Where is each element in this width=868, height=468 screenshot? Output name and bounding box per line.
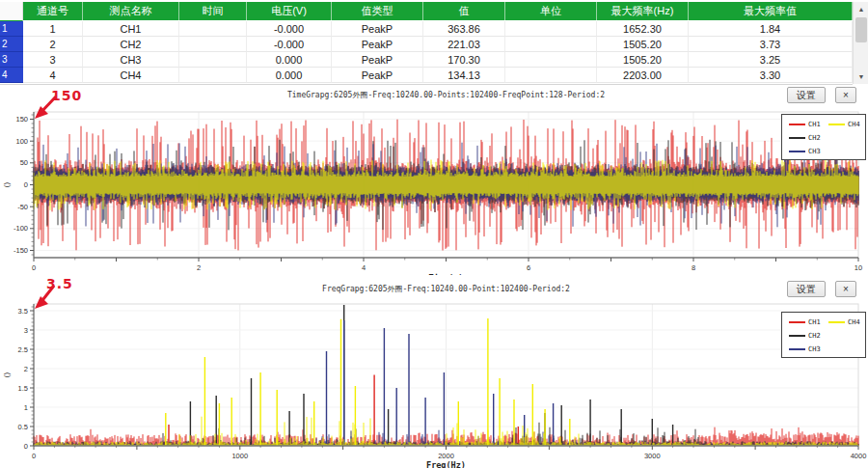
legend-item-ch4: CH4 bbox=[828, 317, 860, 327]
svg-text:0: 0 bbox=[24, 442, 28, 451]
cell-value[interactable]: 134.13 bbox=[423, 68, 505, 83]
col-header-time: 时间 bbox=[179, 2, 247, 20]
legend-swatch-ch2 bbox=[789, 137, 805, 139]
legend-item-ch1: CH1 bbox=[789, 120, 821, 129]
table-scrollbar[interactable]: ▲ ▼ bbox=[853, 2, 868, 84]
cell-max-freq[interactable]: 2203.00 bbox=[597, 68, 689, 83]
svg-text:3000: 3000 bbox=[644, 452, 661, 460]
cell-value-type[interactable]: PeakP bbox=[332, 68, 423, 83]
cell-max-freq-value[interactable]: 3.30 bbox=[689, 68, 853, 83]
col-header-channel-no: 通道号 bbox=[23, 2, 83, 20]
svg-text:0: 0 bbox=[24, 180, 28, 189]
cell-point-name[interactable]: CH2 bbox=[83, 37, 179, 52]
cell-time[interactable] bbox=[179, 21, 247, 37]
settings-button[interactable]: 设置 bbox=[787, 281, 826, 297]
col-header-voltage: 电压(V) bbox=[247, 2, 332, 20]
legend-item-ch2: CH2 bbox=[789, 133, 821, 143]
freq-chart-legend: CH1 CH2 CH3 CH4 bbox=[781, 312, 866, 358]
cell-voltage[interactable]: -0.000 bbox=[247, 21, 332, 37]
cell-value-type[interactable]: PeakP bbox=[332, 37, 423, 52]
channel-table-grid: 通道号 测点名称 时间 电压(V) 值类型 值 单位 最大频率(Hz) 最大频率… bbox=[0, 2, 853, 83]
col-header-value-type: 值类型 bbox=[332, 2, 423, 20]
svg-text:10: 10 bbox=[854, 263, 862, 272]
cell-max-freq-value[interactable]: 3.73 bbox=[689, 37, 853, 52]
svg-text:0: 0 bbox=[32, 452, 36, 460]
scroll-down-icon[interactable]: ▼ bbox=[854, 69, 868, 84]
svg-text:2.5: 2.5 bbox=[18, 345, 28, 354]
cell-value[interactable]: 363.86 bbox=[423, 21, 505, 37]
time-chart-canvas[interactable]: 150100500-50-100-1500246810Time(s)() bbox=[0, 85, 868, 275]
row-selector-3[interactable]: 3 bbox=[0, 52, 23, 68]
legend-item-ch3: CH3 bbox=[789, 147, 821, 156]
legend-label-ch2: CH2 bbox=[808, 332, 821, 340]
cell-channel-no[interactable]: 2 bbox=[23, 37, 83, 52]
row-selector-2[interactable]: 2 bbox=[0, 37, 23, 52]
cell-value-type[interactable]: PeakP bbox=[332, 21, 423, 37]
cell-channel-no[interactable]: 3 bbox=[23, 52, 83, 68]
row-selector-4[interactable]: 4 bbox=[0, 68, 23, 83]
cell-value[interactable]: 170.30 bbox=[423, 52, 505, 68]
cell-point-name[interactable]: CH1 bbox=[83, 21, 179, 37]
legend-label-ch2: CH2 bbox=[808, 134, 821, 142]
cell-time[interactable] bbox=[179, 68, 247, 83]
svg-text:1.5: 1.5 bbox=[18, 384, 28, 393]
svg-text:0: 0 bbox=[32, 263, 36, 272]
svg-text:-150: -150 bbox=[14, 246, 28, 255]
cell-unit[interactable] bbox=[505, 52, 597, 68]
svg-text:-50: -50 bbox=[17, 203, 28, 211]
annotation-arrow-icon bbox=[27, 89, 75, 127]
cell-value-type[interactable]: PeakP bbox=[332, 52, 423, 68]
cell-voltage[interactable]: -0.000 bbox=[247, 37, 332, 52]
cell-max-freq-value[interactable]: 1.84 bbox=[689, 21, 853, 37]
freq-chart-canvas[interactable]: 00.511.522.533.501000200030004000Freq(Hz… bbox=[0, 275, 868, 468]
col-header-unit: 单位 bbox=[505, 2, 597, 20]
svg-text:Freq(Hz): Freq(Hz) bbox=[426, 460, 466, 468]
cell-unit[interactable] bbox=[505, 37, 597, 52]
col-header-max-freq: 最大频率(Hz) bbox=[597, 2, 689, 20]
legend-item-ch3: CH3 bbox=[789, 344, 821, 354]
svg-text:1000: 1000 bbox=[231, 452, 248, 460]
cell-point-name[interactable]: CH3 bbox=[83, 52, 179, 68]
row-selector-1[interactable]: 1 bbox=[0, 21, 23, 37]
col-header-max-freq-value: 最大频率值 bbox=[689, 2, 853, 20]
cell-unit[interactable] bbox=[505, 21, 597, 37]
cell-channel-no[interactable]: 1 bbox=[23, 21, 83, 37]
cell-channel-no[interactable]: 4 bbox=[23, 68, 83, 83]
svg-text:(): () bbox=[2, 182, 11, 188]
scroll-up-icon[interactable]: ▲ bbox=[854, 2, 868, 16]
cell-voltage[interactable]: 0.000 bbox=[247, 52, 332, 68]
cell-value[interactable]: 221.03 bbox=[423, 37, 505, 52]
cell-time[interactable] bbox=[179, 52, 247, 68]
col-header-point-name: 测点名称 bbox=[83, 2, 179, 20]
svg-text:100: 100 bbox=[15, 137, 28, 146]
svg-text:0.5: 0.5 bbox=[18, 423, 28, 431]
close-button[interactable]: × bbox=[835, 281, 856, 297]
legend-label-ch3: CH3 bbox=[808, 345, 821, 353]
legend-item-ch1: CH1 bbox=[789, 317, 821, 327]
legend-swatch-ch1 bbox=[789, 321, 805, 323]
table-corner-cell bbox=[0, 2, 23, 21]
settings-button[interactable]: 设置 bbox=[787, 87, 826, 103]
cell-point-name[interactable]: CH4 bbox=[83, 68, 179, 83]
cell-max-freq-value[interactable]: 3.25 bbox=[689, 52, 853, 68]
cell-unit[interactable] bbox=[505, 68, 597, 83]
legend-label-ch4: CH4 bbox=[848, 318, 860, 326]
cell-voltage[interactable]: 0.000 bbox=[247, 68, 332, 83]
svg-text:3: 3 bbox=[24, 326, 28, 335]
legend-item-ch2: CH2 bbox=[789, 331, 821, 341]
scrollbar-thumb[interactable] bbox=[855, 17, 867, 42]
col-header-value: 值 bbox=[423, 2, 505, 20]
legend-item-ch4: CH4 bbox=[828, 120, 860, 129]
legend-swatch-ch4 bbox=[828, 124, 845, 125]
svg-text:50: 50 bbox=[20, 158, 28, 167]
svg-text:6: 6 bbox=[527, 263, 530, 272]
close-button[interactable]: × bbox=[835, 87, 856, 103]
legend-label-ch3: CH3 bbox=[808, 148, 821, 155]
legend-label-ch1: CH1 bbox=[808, 318, 821, 326]
cell-max-freq[interactable]: 1505.20 bbox=[597, 37, 689, 52]
cell-max-freq[interactable]: 1652.30 bbox=[597, 21, 689, 37]
cell-time[interactable] bbox=[179, 37, 247, 52]
cell-max-freq[interactable]: 1505.20 bbox=[597, 52, 689, 68]
svg-text:2: 2 bbox=[197, 263, 201, 272]
time-chart-legend: CH1 CH2 CH3 CH4 bbox=[781, 114, 866, 160]
